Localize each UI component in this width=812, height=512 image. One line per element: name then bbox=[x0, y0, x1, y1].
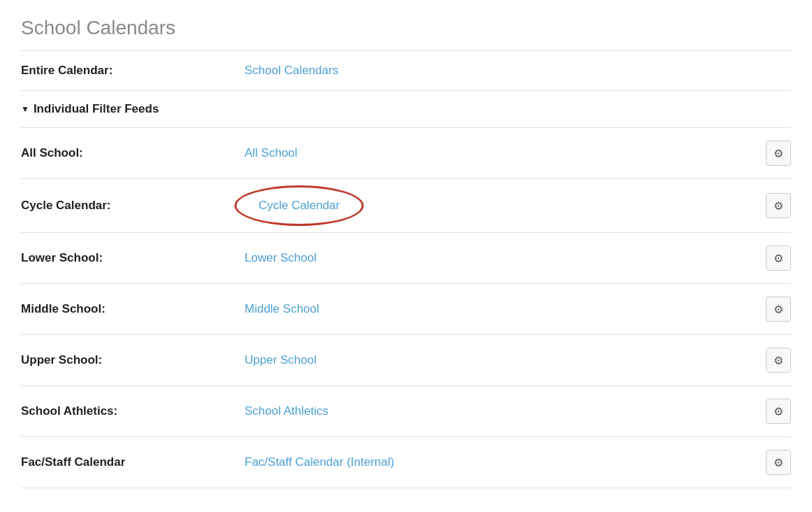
entire-calendar-label: Entire Calendar: bbox=[21, 64, 245, 78]
triangle-icon: ▼ bbox=[21, 104, 29, 114]
lower-school-label: Lower School: bbox=[21, 251, 245, 265]
upper-school-label: Upper School: bbox=[21, 353, 245, 367]
cycle-calendar-link[interactable]: Cycle Calendar bbox=[245, 192, 354, 220]
entire-calendar-link[interactable]: School Calendars bbox=[245, 64, 338, 78]
school-athletics-row: School Athletics: School Athletics ⚙ bbox=[21, 386, 791, 437]
filter-feeds-header: ▼ Individual Filter Feeds bbox=[21, 91, 791, 128]
all-school-gear-button[interactable]: ⚙ bbox=[766, 141, 791, 166]
upper-school-row: Upper School: Upper School ⚙ bbox=[21, 335, 791, 386]
all-school-label: All School: bbox=[21, 146, 245, 160]
lower-school-row: Lower School: Lower School ⚙ bbox=[21, 233, 791, 284]
cycle-calendar-wrapper: Cycle Calendar bbox=[245, 192, 354, 220]
lower-school-link[interactable]: Lower School bbox=[245, 251, 766, 265]
fac-staff-row: Fac/Staff Calendar Fac/Staff Calendar (I… bbox=[21, 437, 791, 488]
lower-school-gear-button[interactable]: ⚙ bbox=[766, 246, 791, 271]
school-athletics-gear-button[interactable]: ⚙ bbox=[766, 399, 791, 424]
all-school-link[interactable]: All School bbox=[245, 146, 766, 160]
entire-calendar-row: Entire Calendar: School Calendars bbox=[21, 51, 791, 91]
all-school-row: All School: All School ⚙ bbox=[21, 128, 791, 179]
cycle-calendar-row: Cycle Calendar: Cycle Calendar ⚙ bbox=[21, 179, 791, 233]
middle-school-gear-button[interactable]: ⚙ bbox=[766, 297, 791, 322]
upper-school-link[interactable]: Upper School bbox=[245, 353, 766, 367]
middle-school-link[interactable]: Middle School bbox=[245, 302, 766, 316]
school-athletics-link[interactable]: School Athletics bbox=[245, 404, 766, 418]
middle-school-row: Middle School: Middle School ⚙ bbox=[21, 284, 791, 335]
fac-staff-link[interactable]: Fac/Staff Calendar (Internal) bbox=[245, 455, 766, 469]
cycle-calendar-gear-button[interactable]: ⚙ bbox=[766, 193, 791, 218]
page-title: School Calendars bbox=[21, 0, 791, 51]
fac-staff-label: Fac/Staff Calendar bbox=[21, 455, 245, 469]
cycle-calendar-label: Cycle Calendar: bbox=[21, 199, 245, 213]
main-container: School Calendars Entire Calendar: School… bbox=[0, 0, 812, 488]
school-athletics-label: School Athletics: bbox=[21, 404, 245, 418]
middle-school-label: Middle School: bbox=[21, 302, 245, 316]
upper-school-gear-button[interactable]: ⚙ bbox=[766, 348, 791, 373]
fac-staff-gear-button[interactable]: ⚙ bbox=[766, 450, 791, 475]
filter-feeds-title: ▼ Individual Filter Feeds bbox=[21, 102, 159, 116]
